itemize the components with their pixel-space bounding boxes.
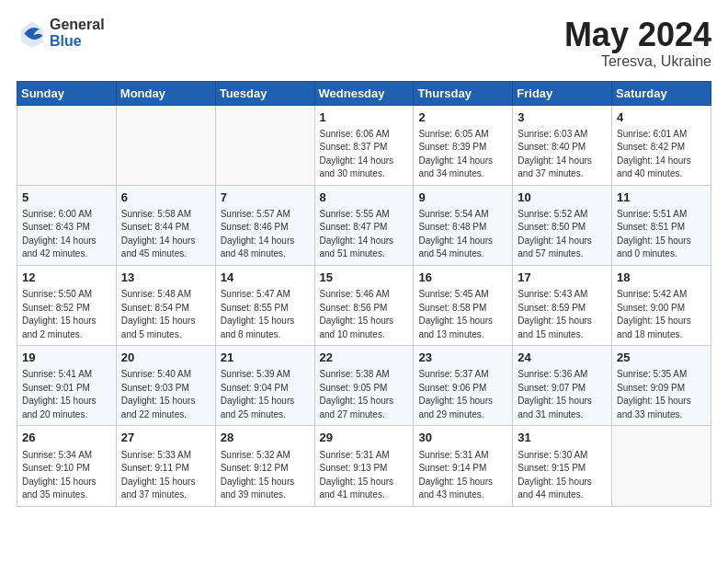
table-row: 11Sunrise: 5:51 AMSunset: 8:51 PMDayligh… (612, 185, 711, 265)
col-wednesday: Wednesday (314, 81, 414, 105)
day-number: 2 (418, 109, 507, 126)
table-row: 10Sunrise: 5:52 AMSunset: 8:50 PMDayligh… (513, 185, 612, 265)
day-info: Sunrise: 5:36 AMSunset: 9:07 PMDaylight:… (518, 368, 607, 421)
table-row: 31Sunrise: 5:30 AMSunset: 9:15 PMDayligh… (513, 426, 612, 506)
col-saturday: Saturday (612, 81, 711, 105)
day-info: Sunrise: 5:57 AMSunset: 8:46 PMDaylight:… (221, 208, 310, 261)
day-number: 30 (418, 430, 507, 446)
table-row: 1Sunrise: 6:06 AMSunset: 8:37 PMDaylight… (314, 105, 414, 185)
day-number: 18 (617, 270, 706, 286)
col-monday: Monday (116, 81, 215, 105)
day-number: 29 (320, 430, 409, 446)
day-info: Sunrise: 6:00 AMSunset: 8:43 PMDaylight:… (22, 208, 111, 261)
day-number: 12 (22, 270, 111, 286)
day-info: Sunrise: 5:32 AMSunset: 9:12 PMDaylight:… (221, 449, 310, 502)
table-row: 16Sunrise: 5:45 AMSunset: 8:58 PMDayligh… (414, 265, 513, 345)
table-row: 26Sunrise: 5:34 AMSunset: 9:10 PMDayligh… (17, 426, 117, 506)
calendar-week-4: 19Sunrise: 5:41 AMSunset: 9:01 PMDayligh… (17, 346, 711, 426)
title-month: May 2024 (564, 17, 711, 53)
calendar-week-2: 5Sunrise: 6:00 AMSunset: 8:43 PMDaylight… (17, 185, 711, 265)
table-row (17, 105, 117, 185)
header: General Blue May 2024 Teresva, Ukraine (17, 17, 711, 70)
logo-icon (17, 18, 46, 48)
day-info: Sunrise: 5:41 AMSunset: 9:01 PMDaylight:… (22, 368, 111, 421)
table-row: 29Sunrise: 5:31 AMSunset: 9:13 PMDayligh… (314, 426, 414, 506)
day-info: Sunrise: 6:05 AMSunset: 8:39 PMDaylight:… (418, 128, 507, 181)
day-number: 19 (22, 350, 111, 366)
logo: General Blue (17, 17, 105, 49)
table-row: 5Sunrise: 6:00 AMSunset: 8:43 PMDaylight… (17, 185, 117, 265)
table-row: 17Sunrise: 5:43 AMSunset: 8:59 PMDayligh… (513, 265, 612, 345)
day-number: 24 (518, 350, 607, 366)
day-number: 22 (320, 350, 409, 366)
table-row: 8Sunrise: 5:55 AMSunset: 8:47 PMDaylight… (314, 185, 414, 265)
day-number: 5 (22, 190, 111, 206)
day-number: 1 (320, 109, 409, 126)
day-number: 6 (121, 190, 210, 206)
day-info: Sunrise: 5:34 AMSunset: 9:10 PMDaylight:… (22, 449, 111, 502)
day-info: Sunrise: 5:43 AMSunset: 8:59 PMDaylight:… (518, 288, 607, 341)
calendar-table: Sunday Monday Tuesday Wednesday Thursday… (17, 81, 711, 507)
table-row: 24Sunrise: 5:36 AMSunset: 9:07 PMDayligh… (513, 346, 612, 426)
table-row (116, 105, 215, 185)
day-number: 28 (221, 430, 310, 446)
day-info: Sunrise: 5:46 AMSunset: 8:56 PMDaylight:… (320, 288, 409, 341)
table-row: 15Sunrise: 5:46 AMSunset: 8:56 PMDayligh… (314, 265, 414, 345)
col-tuesday: Tuesday (215, 81, 314, 105)
day-number: 7 (221, 190, 310, 206)
day-info: Sunrise: 5:31 AMSunset: 9:14 PMDaylight:… (418, 449, 507, 502)
logo-general: General (50, 17, 105, 33)
day-number: 15 (320, 270, 409, 286)
day-number: 23 (418, 350, 507, 366)
day-number: 10 (518, 190, 607, 206)
table-row: 13Sunrise: 5:48 AMSunset: 8:54 PMDayligh… (116, 265, 215, 345)
table-row: 3Sunrise: 6:03 AMSunset: 8:40 PMDaylight… (513, 105, 612, 185)
day-info: Sunrise: 5:30 AMSunset: 9:15 PMDaylight:… (518, 449, 607, 502)
table-row: 18Sunrise: 5:42 AMSunset: 9:00 PMDayligh… (612, 265, 711, 345)
title-location: Teresva, Ukraine (564, 53, 711, 70)
day-info: Sunrise: 5:55 AMSunset: 8:47 PMDaylight:… (320, 208, 409, 261)
logo-blue: Blue (50, 33, 105, 50)
day-info: Sunrise: 5:48 AMSunset: 8:54 PMDaylight:… (121, 288, 210, 341)
day-info: Sunrise: 5:45 AMSunset: 8:58 PMDaylight:… (418, 288, 507, 341)
day-number: 9 (418, 190, 507, 206)
table-row: 14Sunrise: 5:47 AMSunset: 8:55 PMDayligh… (215, 265, 314, 345)
day-number: 8 (320, 190, 409, 206)
col-thursday: Thursday (414, 81, 513, 105)
day-number: 20 (121, 350, 210, 366)
day-number: 16 (418, 270, 507, 286)
table-row: 23Sunrise: 5:37 AMSunset: 9:06 PMDayligh… (414, 346, 513, 426)
table-row: 2Sunrise: 6:05 AMSunset: 8:39 PMDaylight… (414, 105, 513, 185)
day-info: Sunrise: 5:31 AMSunset: 9:13 PMDaylight:… (320, 449, 409, 502)
day-info: Sunrise: 5:39 AMSunset: 9:04 PMDaylight:… (221, 368, 310, 421)
day-info: Sunrise: 5:38 AMSunset: 9:05 PMDaylight:… (320, 368, 409, 421)
day-number: 4 (617, 109, 706, 126)
table-row: 27Sunrise: 5:33 AMSunset: 9:11 PMDayligh… (116, 426, 215, 506)
day-info: Sunrise: 6:01 AMSunset: 8:42 PMDaylight:… (617, 128, 706, 181)
col-friday: Friday (513, 81, 612, 105)
table-row: 19Sunrise: 5:41 AMSunset: 9:01 PMDayligh… (17, 346, 117, 426)
calendar-week-3: 12Sunrise: 5:50 AMSunset: 8:52 PMDayligh… (17, 265, 711, 345)
page: General Blue May 2024 Teresva, Ukraine S… (0, 0, 728, 516)
day-info: Sunrise: 5:47 AMSunset: 8:55 PMDaylight:… (221, 288, 310, 341)
day-info: Sunrise: 5:58 AMSunset: 8:44 PMDaylight:… (121, 208, 210, 261)
table-row: 21Sunrise: 5:39 AMSunset: 9:04 PMDayligh… (215, 346, 314, 426)
day-number: 27 (121, 430, 210, 446)
day-number: 21 (221, 350, 310, 366)
day-number: 3 (518, 109, 607, 126)
day-number: 11 (617, 190, 706, 206)
col-sunday: Sunday (17, 81, 117, 105)
day-number: 31 (518, 430, 607, 446)
table-row: 4Sunrise: 6:01 AMSunset: 8:42 PMDaylight… (612, 105, 711, 185)
day-info: Sunrise: 5:42 AMSunset: 9:00 PMDaylight:… (617, 288, 706, 341)
table-row: 22Sunrise: 5:38 AMSunset: 9:05 PMDayligh… (314, 346, 414, 426)
table-row (612, 426, 711, 506)
table-row: 7Sunrise: 5:57 AMSunset: 8:46 PMDaylight… (215, 185, 314, 265)
table-row (215, 105, 314, 185)
title-block: May 2024 Teresva, Ukraine (564, 17, 711, 70)
day-number: 25 (617, 350, 706, 366)
calendar-header-row: Sunday Monday Tuesday Wednesday Thursday… (17, 81, 711, 105)
day-info: Sunrise: 5:37 AMSunset: 9:06 PMDaylight:… (418, 368, 507, 421)
table-row: 28Sunrise: 5:32 AMSunset: 9:12 PMDayligh… (215, 426, 314, 506)
logo-text: General Blue (50, 17, 105, 49)
